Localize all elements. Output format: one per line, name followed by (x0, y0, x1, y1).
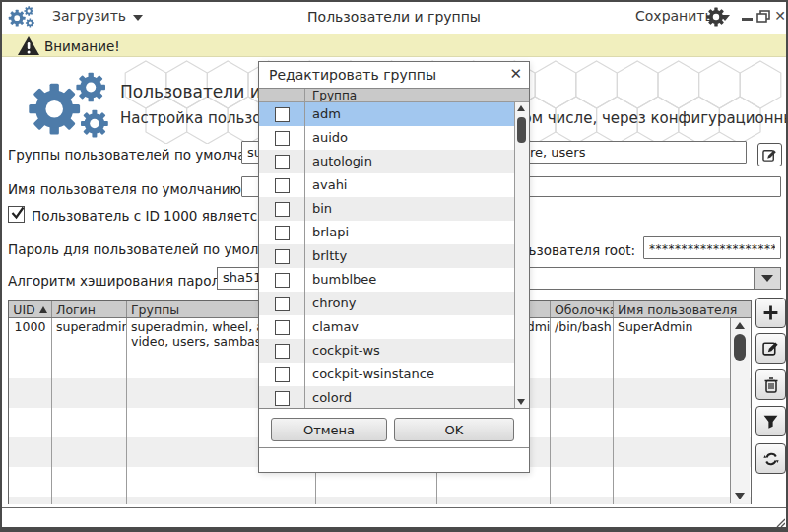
hash-algorithm-label: Алгоритм хэширования пароля: (8, 273, 232, 289)
edit-user-button[interactable] (755, 333, 786, 364)
minimize-button[interactable] (740, 9, 754, 23)
edit-groups-button[interactable] (757, 143, 782, 166)
group-checkbox[interactable] (275, 202, 290, 217)
edit-groups-dialog: Редактировать группы ✕ Группа admauidoau… (258, 61, 530, 473)
settings-gear-button[interactable] (705, 6, 727, 28)
group-row[interactable]: cockpit-wsinstance (259, 363, 529, 386)
dialog-separator (259, 447, 529, 448)
group-row[interactable]: bin (259, 197, 529, 221)
filter-button[interactable] (755, 406, 786, 436)
group-row[interactable]: brltty (259, 244, 529, 268)
status-bar (0, 507, 788, 529)
resize-grip[interactable] (774, 516, 785, 527)
group-row[interactable]: auido (259, 126, 529, 150)
chevron-down-icon (761, 275, 773, 282)
plus-icon (762, 304, 779, 321)
group-checkbox[interactable] (275, 107, 290, 122)
group-name: autologin (304, 150, 529, 173)
group-checkbox[interactable] (275, 249, 290, 264)
group-row[interactable]: adm (259, 102, 529, 126)
group-checkbox[interactable] (275, 297, 290, 311)
group-list-rows: admauidoautologinavahibinbrlapibrlttybum… (259, 102, 529, 408)
group-checkbox[interactable] (275, 226, 290, 240)
root-password-input[interactable] (643, 236, 781, 259)
scroll-up-icon[interactable] (735, 322, 745, 329)
group-checkbox[interactable] (275, 320, 290, 335)
checkmark-icon (10, 205, 26, 221)
group-list: Группа admauidoautologinavahibinbrlapibr… (259, 88, 529, 409)
add-user-button[interactable] (755, 298, 786, 328)
trash-icon (763, 376, 779, 393)
group-checkbox[interactable] (275, 273, 290, 288)
window-title: Пользователи и группы (197, 9, 591, 25)
group-name: auido (304, 126, 529, 150)
sort-ascending-icon (39, 306, 47, 313)
scroll-down-icon[interactable] (517, 399, 525, 405)
dialog-title: Редактировать группы (269, 67, 436, 83)
app-window: Загрузить Пользователи и группы Сохранит… (0, 0, 788, 532)
scroll-up-icon[interactable] (517, 105, 525, 111)
scroll-down-icon[interactable] (735, 493, 745, 499)
refresh-button[interactable] (755, 443, 786, 474)
group-row[interactable]: autologin (259, 150, 529, 173)
combobox-dropdown-button[interactable] (754, 268, 780, 289)
close-icon: ✕ (774, 8, 786, 24)
group-checkbox[interactable] (275, 344, 290, 359)
load-menu-button[interactable]: Загрузить (52, 8, 143, 24)
page-gears-logo (22, 69, 116, 142)
cell-login: superadmin (52, 318, 127, 349)
empty-table-row (9, 497, 751, 504)
group-name: clamav (304, 315, 529, 339)
column-header-fullname[interactable]: Имя пользователя (614, 301, 751, 317)
column-header-shell[interactable]: Оболочка (551, 301, 614, 317)
group-name: cockpit-ws (304, 339, 529, 363)
edit-pencil-icon (762, 148, 777, 163)
group-row[interactable]: avahi (259, 173, 529, 197)
table-vertical-scrollbar[interactable] (730, 318, 750, 503)
group-row[interactable]: clamav (259, 315, 529, 339)
group-row[interactable]: brlapi (259, 221, 529, 244)
warning-triangle-icon (17, 35, 40, 56)
group-row[interactable]: chrony (259, 292, 529, 315)
group-name: chrony (304, 292, 529, 315)
group-row[interactable]: colord (259, 386, 529, 408)
group-list-header: Группа (259, 89, 529, 102)
cancel-button[interactable]: Отмена (271, 418, 387, 441)
dialog-close-button[interactable]: ✕ (509, 65, 522, 83)
column-header-login[interactable]: Логин (52, 301, 127, 317)
group-checkbox[interactable] (275, 178, 290, 193)
group-row[interactable]: bumblbee (259, 268, 529, 292)
group-checkbox[interactable] (275, 367, 290, 382)
maximize-restore-icon (756, 10, 770, 23)
dialog-vertical-scrollbar[interactable] (514, 102, 529, 408)
group-name: bin (304, 197, 529, 221)
chevron-down-icon (133, 15, 143, 21)
group-name: avahi (304, 173, 529, 197)
scrollbar-thumb[interactable] (517, 117, 526, 143)
group-checkbox[interactable] (275, 155, 290, 169)
ok-button[interactable]: OK (394, 418, 514, 441)
group-name: colord (304, 386, 529, 408)
group-checkbox[interactable] (275, 131, 290, 146)
column-header-uid[interactable]: UID (9, 301, 52, 317)
group-row[interactable]: cockpit-ws (259, 339, 529, 363)
titlebar: Загрузить Пользователи и группы Сохранит… (0, 0, 788, 33)
group-name: cockpit-wsinstance (304, 363, 529, 386)
app-gears-logo-icon (7, 5, 36, 29)
cell-shell: /bin/bash (551, 318, 614, 349)
checkbox-column-header (259, 89, 304, 101)
filter-funnel-icon (762, 414, 779, 430)
group-name: brltty (304, 244, 529, 268)
group-checkbox[interactable] (275, 391, 290, 406)
maximize-button[interactable] (756, 9, 770, 23)
cell-uid: 1000 (9, 318, 52, 349)
group-column-header: Группа (304, 89, 529, 101)
scrollbar-thumb[interactable] (734, 334, 746, 361)
close-button[interactable]: ✕ (773, 9, 787, 23)
admin-checkbox[interactable] (8, 206, 25, 223)
group-name: bumblbee (304, 268, 529, 292)
group-name: adm (304, 102, 529, 126)
delete-user-button[interactable] (755, 369, 786, 400)
default-groups-label: Группы пользователей по умолчанию: (8, 147, 279, 163)
group-name: brlapi (304, 221, 529, 244)
